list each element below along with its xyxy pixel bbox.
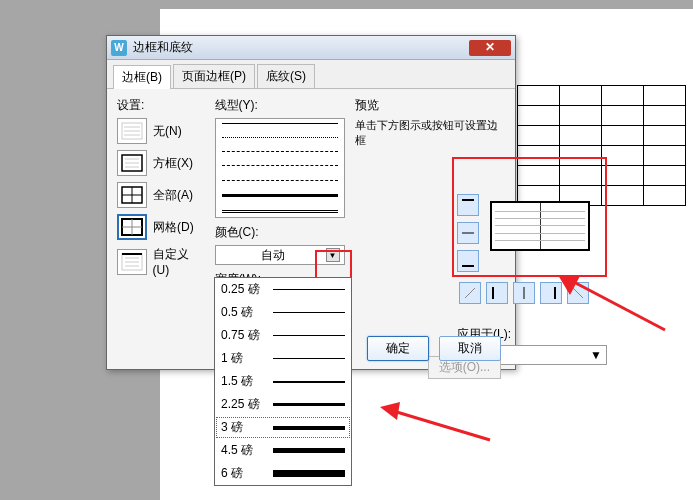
setting-label: 设置:	[117, 97, 205, 114]
setting-all[interactable]: 全部(A)	[117, 182, 205, 208]
none-icon	[117, 118, 147, 144]
titlebar: W 边框和底纹 ✕	[107, 36, 515, 60]
width-option[interactable]: 1 磅	[215, 347, 351, 370]
color-value: 自动	[220, 247, 326, 264]
app-logo-icon: W	[111, 40, 127, 56]
border-diag2-button[interactable]	[567, 282, 589, 304]
width-option-bar-icon	[273, 470, 345, 477]
tab-borders[interactable]: 边框(B)	[113, 65, 171, 89]
border-hmid-button[interactable]	[457, 222, 479, 244]
custom-icon	[117, 249, 147, 275]
width-option[interactable]: 6 磅	[215, 462, 351, 485]
border-bottom-button[interactable]	[457, 250, 479, 272]
color-dropdown[interactable]: 自动 ▼	[215, 245, 345, 265]
color-label: 颜色(C):	[215, 224, 345, 241]
close-button[interactable]: ✕	[469, 40, 511, 56]
cancel-button[interactable]: 取消	[439, 336, 501, 361]
line-style-label: 线型(Y):	[215, 97, 345, 114]
ok-button[interactable]: 确定	[367, 336, 429, 361]
preview-hint: 单击下方图示或按钮可设置边框	[355, 118, 505, 148]
width-option-label: 2.25 磅	[221, 396, 273, 413]
setting-grid[interactable]: 网格(D)	[117, 214, 205, 240]
width-option[interactable]: 1.5 磅	[215, 370, 351, 393]
preview-table[interactable]	[490, 201, 590, 251]
width-option-label: 0.75 磅	[221, 327, 273, 344]
width-option-bar-icon	[273, 335, 345, 336]
border-right-button[interactable]	[540, 282, 562, 304]
svg-line-26	[573, 288, 583, 298]
svg-line-22	[465, 288, 475, 298]
preview-bottom-buttons	[459, 282, 589, 304]
preview-side-buttons	[457, 194, 479, 272]
setting-box[interactable]: 方框(X)	[117, 150, 205, 176]
width-options-list[interactable]: 0.25 磅0.5 磅0.75 磅1 磅1.5 磅2.25 磅3 磅4.5 磅6…	[214, 277, 352, 486]
width-option-bar-icon	[273, 289, 345, 290]
border-left-button[interactable]	[486, 282, 508, 304]
setting-label-text: 全部(A)	[153, 187, 193, 204]
setting-none[interactable]: 无(N)	[117, 118, 205, 144]
tab-shading[interactable]: 底纹(S)	[257, 64, 315, 88]
border-vmid-button[interactable]	[513, 282, 535, 304]
width-option-label: 1.5 磅	[221, 373, 273, 390]
width-option[interactable]: 0.25 磅	[215, 278, 351, 301]
tab-page-borders[interactable]: 页面边框(P)	[173, 64, 255, 88]
width-option-bar-icon	[273, 448, 345, 453]
width-option[interactable]: 0.5 磅	[215, 301, 351, 324]
setting-label-text: 网格(D)	[153, 219, 194, 236]
setting-label-text: 自定义(U)	[153, 246, 205, 277]
tab-bar: 边框(B) 页面边框(P) 底纹(S)	[107, 60, 515, 89]
border-top-button[interactable]	[457, 194, 479, 216]
all-icon	[117, 182, 147, 208]
grid-icon	[117, 214, 147, 240]
width-option-label: 3 磅	[221, 419, 273, 436]
width-option-label: 6 磅	[221, 465, 273, 482]
border-diag1-button[interactable]	[459, 282, 481, 304]
width-option[interactable]: 2.25 磅	[215, 393, 351, 416]
line-style-list[interactable]	[215, 118, 345, 218]
width-option-label: 0.5 磅	[221, 304, 273, 321]
setting-label-text: 无(N)	[153, 123, 182, 140]
width-option-bar-icon	[273, 312, 345, 313]
width-option-bar-icon	[273, 403, 345, 406]
preview-label: 预览	[355, 97, 505, 114]
width-option-label: 1 磅	[221, 350, 273, 367]
width-option-label: 4.5 磅	[221, 442, 273, 459]
width-option[interactable]: 3 磅	[215, 416, 351, 439]
width-option-bar-icon	[273, 426, 345, 430]
width-option[interactable]: 4.5 磅	[215, 439, 351, 462]
document-sample-table	[517, 85, 686, 206]
width-option-bar-icon	[273, 381, 345, 383]
dialog-title: 边框和底纹	[133, 39, 469, 56]
width-option[interactable]: 0.75 磅	[215, 324, 351, 347]
setting-label-text: 方框(X)	[153, 155, 193, 172]
chevron-down-icon: ▼	[590, 348, 602, 362]
setting-custom[interactable]: 自定义(U)	[117, 246, 205, 277]
box-icon	[117, 150, 147, 176]
chevron-down-icon: ▼	[326, 248, 340, 262]
width-option-label: 0.25 磅	[221, 281, 273, 298]
width-option-bar-icon	[273, 358, 345, 360]
